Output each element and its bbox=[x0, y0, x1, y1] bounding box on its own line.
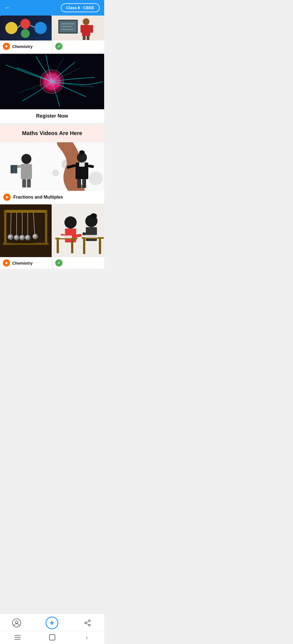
teacher-thumbnail bbox=[52, 16, 104, 40]
register-now-label[interactable]: Register Now bbox=[0, 109, 104, 123]
fractions-card-label: Fractions and Multiples bbox=[0, 191, 104, 204]
svg-point-8 bbox=[83, 18, 89, 25]
chemistry-card-top[interactable]: Chemistry bbox=[0, 16, 52, 52]
plasma-thumbnail bbox=[0, 54, 104, 109]
svg-point-70 bbox=[90, 213, 97, 219]
svg-rect-13 bbox=[87, 36, 89, 40]
svg-point-28 bbox=[21, 154, 31, 164]
students-thumbnail bbox=[52, 204, 104, 257]
chemistry-label-text: Chemistry bbox=[12, 44, 32, 49]
main-content: Chemistry bbox=[0, 16, 104, 308]
svg-rect-76 bbox=[85, 235, 98, 238]
teacher-card-top[interactable] bbox=[52, 16, 104, 52]
svg-point-23 bbox=[44, 73, 60, 90]
check-icon-top bbox=[55, 43, 62, 50]
svg-rect-33 bbox=[22, 179, 26, 187]
fractions-card[interactable]: Fractions and Multiples bbox=[0, 142, 104, 204]
svg-rect-75 bbox=[99, 239, 101, 254]
svg-rect-68 bbox=[59, 235, 72, 238]
back-button[interactable]: ← bbox=[4, 4, 11, 11]
svg-rect-66 bbox=[57, 239, 59, 253]
svg-point-52 bbox=[14, 235, 19, 240]
svg-point-1 bbox=[20, 19, 30, 29]
svg-rect-11 bbox=[90, 25, 93, 33]
students-bottom-label bbox=[52, 257, 104, 269]
svg-point-59 bbox=[7, 242, 37, 244]
teacher-card-label bbox=[52, 40, 104, 52]
maths-videos-banner: Maths Videos Are Here bbox=[0, 125, 104, 141]
chemistry-card-label: Chemistry bbox=[0, 40, 52, 52]
chemistry-bottom-label: Chemistry bbox=[0, 257, 52, 269]
chemistry-thumbnail bbox=[0, 16, 52, 40]
svg-point-27 bbox=[89, 171, 103, 185]
svg-point-3 bbox=[21, 29, 30, 38]
svg-point-2 bbox=[34, 22, 47, 34]
plasma-banner-card[interactable]: Register Now bbox=[0, 54, 104, 123]
play-icon bbox=[3, 43, 10, 50]
app-header: ← Class 8 - CBSE bbox=[0, 0, 104, 16]
top-cards-row: Chemistry bbox=[0, 16, 104, 53]
svg-rect-32 bbox=[14, 165, 14, 173]
svg-rect-45 bbox=[4, 210, 6, 243]
maths-banner-text: Maths Videos Are Here bbox=[4, 130, 100, 136]
fractions-label-text: Fractions and Multiples bbox=[13, 195, 63, 200]
svg-rect-44 bbox=[4, 210, 47, 213]
svg-rect-29 bbox=[21, 164, 32, 179]
svg-rect-38 bbox=[79, 163, 85, 167]
svg-point-26 bbox=[52, 169, 59, 176]
svg-point-56 bbox=[25, 235, 31, 240]
svg-point-50 bbox=[8, 234, 13, 240]
chemistry-bottom-text: Chemistry bbox=[12, 261, 32, 265]
svg-rect-12 bbox=[83, 36, 86, 40]
svg-rect-10 bbox=[81, 25, 83, 33]
pendulum-thumbnail bbox=[0, 204, 52, 257]
svg-rect-67 bbox=[71, 239, 73, 253]
students-card-bottom[interactable] bbox=[52, 204, 104, 269]
play-icon-bottom bbox=[3, 259, 10, 267]
svg-rect-42 bbox=[82, 179, 86, 188]
check-icon-bottom bbox=[55, 259, 62, 267]
svg-point-61 bbox=[64, 216, 77, 229]
svg-rect-34 bbox=[27, 179, 31, 187]
class-selector[interactable]: Class 8 - CBSE bbox=[61, 3, 100, 12]
svg-point-58 bbox=[32, 234, 38, 239]
svg-point-36 bbox=[79, 150, 85, 155]
svg-line-5 bbox=[30, 25, 34, 27]
svg-rect-46 bbox=[45, 210, 47, 243]
chemistry-card-bottom[interactable]: Chemistry bbox=[0, 204, 52, 269]
svg-line-4 bbox=[17, 25, 20, 28]
svg-rect-74 bbox=[83, 239, 85, 254]
svg-rect-41 bbox=[77, 179, 81, 188]
play-icon-fractions bbox=[3, 194, 11, 201]
svg-point-0 bbox=[5, 22, 17, 34]
bottom-cards-row: Chemistry bbox=[0, 204, 104, 270]
svg-point-54 bbox=[19, 235, 25, 240]
fractions-thumbnail bbox=[0, 142, 104, 191]
